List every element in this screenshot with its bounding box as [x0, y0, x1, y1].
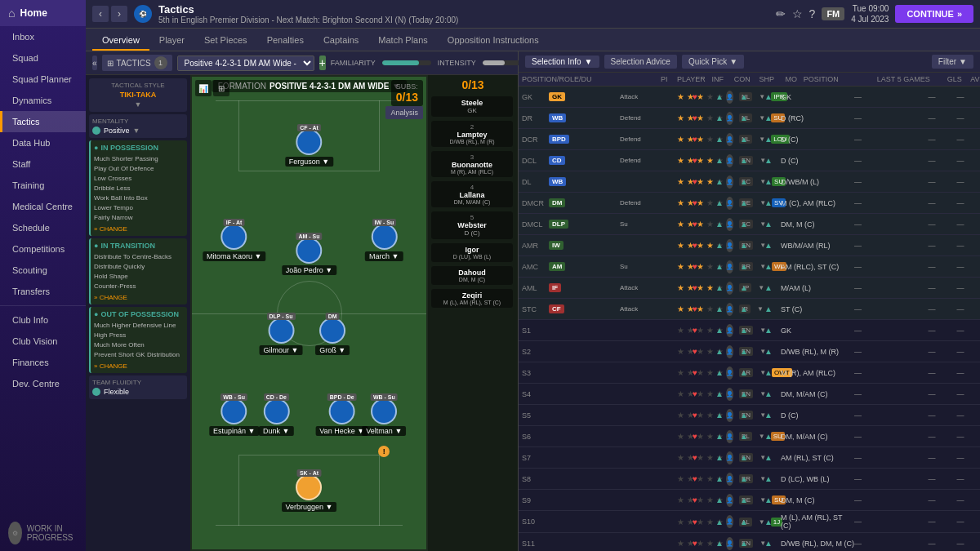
player-node-dmcr[interactable]: DM Groß ▼: [315, 318, 350, 355]
formation-header[interactable]: FORMATION POSITIVE 4-2-3-1 DM AM WIDE ▼: [212, 80, 408, 92]
table-row[interactable]: S5 ★★★★★ 👤 EN Adam Webster ▼ ♥ ▲ ▲ ▲ D (…: [519, 405, 980, 426]
tactics-label: Tactics: [12, 117, 40, 127]
sidebar-item-competitions[interactable]: Competitions: [0, 238, 86, 260]
table-row[interactable]: DCL CD Defend ★★★★★ 👤 EN Lewis Dunk ▼ ♥ …: [519, 150, 980, 171]
wip-logo: ⚙: [8, 522, 22, 544]
table-row[interactable]: DL WB ★★★★★ 👤 EC Pervis Estupiñán ▼ SU ♥…: [519, 171, 980, 193]
sidebar-item-club-info[interactable]: Club Info: [0, 309, 86, 331]
sidebar-item-squad[interactable]: Squad: [0, 47, 86, 69]
table-row[interactable]: S11 ★★★★★ 👤 EN James Milner ▼ ♥ ▲ ▲ ▲ D/…: [519, 533, 980, 551]
filter-button[interactable]: Filter ▼: [932, 55, 973, 69]
sub-player-lallana[interactable]: 4 Lallana DM, M/AM (C): [431, 181, 513, 207]
add-tactics-button[interactable]: +: [319, 56, 326, 70]
table-row[interactable]: GK GK Attack ★★★★★ 👤 NL Bart Verbruggen …: [519, 87, 980, 108]
subs-panel: 0/13 Steele GK 2 Lamptey D/WB (RL), M (R…: [428, 75, 518, 551]
selection-advice-button[interactable]: Selection Advice: [604, 55, 677, 69]
continue-button[interactable]: CONTINUE »: [895, 5, 973, 23]
tab-opposition[interactable]: Opposition Instructions: [438, 31, 549, 51]
table-row[interactable]: DCR BPD Defend ★★★★★ 👤 NL J. van Hecke ▼…: [519, 129, 980, 150]
tab-captains[interactable]: Captains: [314, 31, 368, 51]
sidebar-item-schedule[interactable]: Schedule: [0, 217, 86, 238]
player-node-amr[interactable]: IW - Su March ▼: [365, 224, 403, 261]
pencil-button[interactable]: ✏: [776, 7, 786, 20]
sub-player-steele[interactable]: Steele GK: [431, 96, 513, 117]
familiarity-bar: [382, 60, 431, 65]
sub-player-igor[interactable]: Igor D (LU), WB (L): [431, 243, 513, 262]
trophy-button[interactable]: ☆: [792, 7, 803, 20]
grid-icon[interactable]: ⊞: [213, 80, 229, 96]
sidebar-item-dynamics[interactable]: Dynamics: [0, 90, 86, 111]
nav-back-button[interactable]: ‹: [92, 6, 109, 22]
sub-player-dahoud[interactable]: Dahoud DM, M (C): [431, 266, 513, 285]
sub-player-webster[interactable]: 5 Webster D (C): [431, 211, 513, 239]
slot-number: 1: [154, 56, 167, 69]
table-row[interactable]: AMR IW ★★★★★ 👤 EN Solly March ▼ ♥ ▲ ▲ ▲ …: [519, 235, 980, 256]
sub-player-zeqiri[interactable]: Zeqiri M (L), AM (RL), ST (C): [431, 289, 513, 308]
collapse-button[interactable]: «: [92, 56, 97, 70]
player-node-dcl[interactable]: CD - De Dunk ▼: [259, 398, 293, 436]
sidebar-item-data-hub[interactable]: Data Hub: [0, 132, 86, 153]
sidebar-item-scouting[interactable]: Scouting: [0, 260, 86, 281]
table-row[interactable]: AMC AM Su ★★★★★ 👤 BR João Pedro ▼ WL ♥ ▲…: [519, 256, 980, 278]
tab-penalties[interactable]: Penalties: [257, 31, 314, 51]
table-row[interactable]: AML IF Attack ★★★★★ 👤 JP Mitoma Kaoru ▼ …: [519, 278, 980, 299]
sidebar-item-squad-planner[interactable]: Squad Planner: [0, 69, 86, 90]
player-node-wbr[interactable]: WB - Su Veltman ▼: [362, 398, 406, 436]
table-row[interactable]: S7 ★★★★★ 👤 EN Danny Welbeck ▼ ♥ ▲ ▲ ▲ AM…: [519, 447, 980, 469]
player-node-aml[interactable]: IF - At Mitoma Kaoru ▼: [203, 224, 265, 261]
table-row[interactable]: DMCL DLP Su ★★★★★ 👤 SC Billy Gilmour ▼ ♥…: [519, 214, 980, 235]
nav-forward-button[interactable]: ›: [111, 6, 127, 22]
tab-match-plans[interactable]: Match Plans: [368, 31, 438, 51]
player-node-wbl[interactable]: WB - Su Estupinán ▼: [209, 398, 259, 436]
sidebar-divider: [0, 305, 86, 306]
fluidity-label: TEAM FLUIDITY: [92, 379, 184, 386]
table-row[interactable]: DR WB Defend ★★★★★ 👤 NL Joel Veltman ▼ S…: [519, 108, 980, 129]
quick-pick-dropdown[interactable]: Quick Pick ▼: [682, 55, 744, 69]
tab-player[interactable]: Player: [149, 31, 194, 51]
sub-player-buonanotte[interactable]: 3 Buonanotte M (R), AM (RLC): [431, 151, 513, 177]
player-rows: GK GK Attack ★★★★★ 👤 NL Bart Verbruggen …: [519, 87, 980, 551]
table-row[interactable]: S1 ★★★★★ 👤 EN Jason Steele ▼ ♥ ▲ ▲ ▲ GK …: [519, 320, 980, 341]
tab-overview[interactable]: Overview: [92, 31, 149, 51]
sub-player-lamptey[interactable]: 2 Lamptey D/WB (RL), M (R): [431, 121, 513, 147]
sidebar-item-tactics[interactable]: Tactics: [0, 111, 86, 132]
sidebar-item-transfers[interactable]: Transfers: [0, 281, 86, 302]
transition-change-button[interactable]: » CHANGE: [94, 294, 184, 301]
selection-info-dropdown[interactable]: Selection Info ▼: [525, 56, 599, 68]
player-node-dmcl[interactable]: DLP - Su Gilmour ▼: [260, 318, 303, 355]
player-node-am[interactable]: AM - Su João Pedro ▼: [282, 238, 336, 275]
possession-change-button[interactable]: » CHANGE: [94, 225, 184, 233]
tab-set-pieces[interactable]: Set Pieces: [194, 31, 257, 51]
table-row[interactable]: STC CF Attack ★★★★★ 👤 IR Evan Ferguson ▼…: [519, 299, 980, 320]
work-in-progress: ⚙ WORK IN PROGRESS: [0, 515, 86, 551]
sidebar-item-finances[interactable]: Finances: [0, 352, 86, 373]
sidebar-item-club-vision[interactable]: Club Vision: [0, 331, 86, 352]
help-button[interactable]: ?: [809, 7, 816, 20]
player-node-gk[interactable]: SK - At Verbruggen ▼: [282, 474, 337, 512]
home-button[interactable]: ⌂ Home: [0, 0, 86, 26]
transfers-label: Transfers: [12, 287, 50, 296]
table-row[interactable]: S9 ★★★★★ 👤 DE M. Dahoud ▼ SU ♥ ▲ ▲ ▲ DM,…: [519, 490, 980, 511]
sidebar-item-training[interactable]: Training: [0, 175, 86, 196]
table-row[interactable]: S4 ★★★★★ 👤 EN Adam Lallana ▼ ♥ ▲ ▲ ▲ DM,…: [519, 384, 980, 405]
bar-chart-icon[interactable]: 📊: [195, 80, 212, 96]
table-row[interactable]: S6 ★★★★★ 👤 PL Jakub Moder ▼ SU ♥ ▲ ▲ ▲ D…: [519, 426, 980, 447]
warning-badge-wbr: !: [378, 446, 390, 457]
sidebar-item-staff[interactable]: Staff: [0, 153, 86, 175]
player-node-cf[interactable]: CF - At Ferguson ▼: [285, 129, 333, 167]
datetime: Tue 09:00 4 Jul 2023: [851, 3, 889, 24]
table-row[interactable]: S10 ★★★★★ 👤 AL Andi Zeqiri ▼ 1J ♥ ▲ ▲ ▲ …: [519, 511, 980, 533]
table-row[interactable]: S3 ★★★★★ 👤 AR F. Buonanotte ▼ OWT ♥ ▲ ▲ …: [519, 362, 980, 384]
table-row[interactable]: DMCR DM Defend ★★★★★ 👤 DE Pascal Groß ▼ …: [519, 193, 980, 214]
sidebar-item-medical[interactable]: Medical Centre: [0, 196, 86, 217]
sidebar-item-dev-centre[interactable]: Dev. Centre: [0, 373, 86, 394]
analysis-button[interactable]: Analysis: [385, 106, 423, 119]
sidebar-item-inbox[interactable]: Inbox: [0, 26, 86, 47]
table-row[interactable]: S2 ★★★★★ 👤 EN Tariq Lamptey ▼ ♥ ▲ ▲ ▲ D/…: [519, 341, 980, 362]
player-node-dcr[interactable]: BPD - De Van Hecke ▼: [315, 398, 368, 436]
squad-label: Squad: [12, 53, 38, 63]
selection-dropdown-icon: ▼: [585, 57, 593, 66]
possession-out-change-button[interactable]: » CHANGE: [94, 362, 184, 370]
table-row[interactable]: S8 ★★★★★ 👤 BR Igor ▼ ♥ ▲ ▲ ▲ D (LC), WB …: [519, 469, 980, 490]
tactics-name-select[interactable]: Positive 4-2-3-1 DM AM Wide -: [177, 56, 314, 71]
